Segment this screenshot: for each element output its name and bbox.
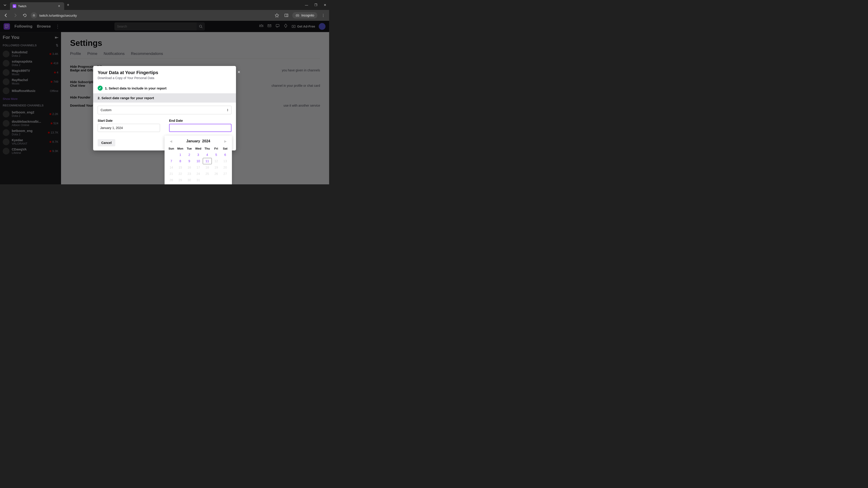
step-2: 2. Select date range for your report xyxy=(93,93,236,103)
calendar-day[interactable]: 9 xyxy=(185,158,194,164)
svg-point-2 xyxy=(296,15,297,17)
calendar-dayname: Sun xyxy=(167,145,176,152)
date-picker-calendar: ◀ January 2024 ▶ SunMonTueWedThuFriSat 1… xyxy=(164,135,232,184)
calendar-day: 30 xyxy=(185,177,194,183)
calendar-dayname: Wed xyxy=(194,145,203,152)
calendar-day: 16 xyxy=(185,164,194,170)
calendar-day[interactable]: 6 xyxy=(221,152,230,158)
calendar-day[interactable]: 11 xyxy=(203,158,212,164)
calendar-month-year: January 2024 xyxy=(186,139,210,143)
calendar-day: 20 xyxy=(221,164,230,170)
calendar-day[interactable]: 1 xyxy=(176,152,185,158)
calendar-day: 23 xyxy=(185,170,194,177)
step-1[interactable]: ✓ 1. Select data to include in your repo… xyxy=(93,83,236,93)
select-arrows-icon: ▲▼ xyxy=(227,108,228,111)
calendar-day: 22 xyxy=(176,170,185,177)
modal-title: Your Data at Your Fingertips xyxy=(98,70,231,75)
window-controls: — ❐ ✕ xyxy=(304,2,327,8)
calendar-day: 25 xyxy=(203,170,212,177)
calendar-day: 18 xyxy=(203,164,212,170)
calendar-dayname: Mon xyxy=(176,145,185,152)
calendar-dayname: Thu xyxy=(203,145,212,152)
end-date-label: End Date xyxy=(169,119,231,123)
address-bar: twitch.tv/settings/security Incognito ⋮ xyxy=(0,10,329,21)
incognito-icon xyxy=(296,14,300,17)
modal-subtitle: Download a Copy of Your Personal Data xyxy=(98,76,231,80)
calendar-day: 19 xyxy=(212,164,221,170)
browser-menu-icon[interactable]: ⋮ xyxy=(320,12,327,19)
cancel-button[interactable]: Cancel xyxy=(98,139,115,147)
start-date-input[interactable] xyxy=(98,124,160,132)
twitch-favicon-icon: tv xyxy=(13,4,16,8)
calendar-day[interactable]: 10 xyxy=(194,158,203,164)
calendar-day[interactable]: 7 xyxy=(167,158,176,164)
side-panel-icon[interactable] xyxy=(283,12,290,19)
calendar-day: 12 xyxy=(212,158,221,164)
calendar-day: 24 xyxy=(194,170,203,177)
end-date-input[interactable] xyxy=(169,124,231,132)
calendar-day: 17 xyxy=(194,164,203,170)
calendar-day[interactable]: 2 xyxy=(185,152,194,158)
browser-tab-strip: tv Twitch × + — ❐ ✕ xyxy=(0,0,329,10)
maximize-icon[interactable]: ❐ xyxy=(313,2,318,8)
svg-point-3 xyxy=(298,15,299,17)
download-data-modal: × Your Data at Your Fingertips Download … xyxy=(93,66,236,151)
minimize-icon[interactable]: — xyxy=(304,2,309,8)
modal-close-button[interactable]: × xyxy=(236,69,242,75)
tab-list-dropdown[interactable] xyxy=(2,2,8,8)
calendar-dayname: Fri xyxy=(212,145,221,152)
calendar-day: 26 xyxy=(212,170,221,177)
calendar-dayname: Tue xyxy=(185,145,194,152)
svg-rect-0 xyxy=(285,14,288,17)
calendar-day[interactable]: 4 xyxy=(203,152,212,158)
incognito-label: Incognito xyxy=(301,13,314,17)
tab-title: Twitch xyxy=(18,4,57,8)
calendar-day: 27 xyxy=(221,170,230,177)
calendar-day[interactable]: 5 xyxy=(212,152,221,158)
bookmark-icon[interactable] xyxy=(273,12,281,19)
start-date-label: Start Date xyxy=(98,119,160,123)
forward-button[interactable] xyxy=(12,12,19,19)
calendar-day: 21 xyxy=(167,170,176,177)
calendar-day[interactable]: 8 xyxy=(176,158,185,164)
calendar-next-icon[interactable]: ▶ xyxy=(223,139,228,143)
check-icon: ✓ xyxy=(98,86,103,91)
calendar-day[interactable]: 3 xyxy=(194,152,203,158)
new-tab-button[interactable]: + xyxy=(64,3,72,7)
back-button[interactable] xyxy=(2,12,9,19)
close-window-icon[interactable]: ✕ xyxy=(323,2,327,8)
site-info-icon[interactable] xyxy=(31,12,37,19)
browser-tab[interactable]: tv Twitch × xyxy=(10,2,64,10)
calendar-day: 29 xyxy=(176,177,185,183)
date-range-select[interactable]: Custom ▲▼ xyxy=(98,106,231,114)
reload-button[interactable] xyxy=(21,12,29,19)
tab-close-icon[interactable]: × xyxy=(57,4,61,8)
calendar-day: 28 xyxy=(167,177,176,183)
calendar-dayname: Sat xyxy=(221,145,230,152)
calendar-prev-icon[interactable]: ◀ xyxy=(168,139,173,143)
calendar-day: 13 xyxy=(221,158,230,164)
url-text[interactable]: twitch.tv/settings/security xyxy=(39,13,271,18)
calendar-day: 15 xyxy=(176,164,185,170)
incognito-badge[interactable]: Incognito xyxy=(292,12,317,19)
calendar-day: 31 xyxy=(194,177,203,183)
calendar-day: 14 xyxy=(167,164,176,170)
